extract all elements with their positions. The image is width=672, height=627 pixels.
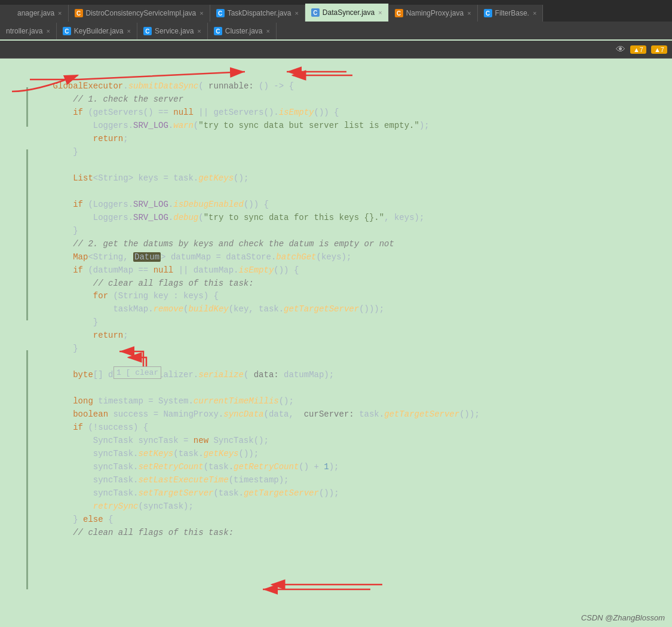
toolbar: 👁 ▲7 ▲7 <box>0 41 672 59</box>
tab-namingproxy[interactable]: C NamingProxy.java × <box>389 5 478 22</box>
tab-close-datasyncer[interactable]: × <box>378 9 382 16</box>
tab-anager[interactable]: anager.java × <box>0 5 69 22</box>
tab-label-distro: DistroConsistencyServiceImpl.java <box>86 9 197 17</box>
tab-icon-cluster: C <box>214 27 222 35</box>
tab-service[interactable]: C Service.java × <box>137 23 208 39</box>
tab-keybuilder[interactable]: C KeyBuilder.java × <box>57 23 137 39</box>
tab-close-service[interactable]: × <box>197 27 201 35</box>
tab-bar-row1: anager.java × C DistroConsistencyService… <box>0 0 672 22</box>
eye-icon: 👁 <box>616 44 625 55</box>
tab-distro[interactable]: C DistroConsistencyServiceImpl.java × <box>69 5 210 22</box>
tab-close-distro[interactable]: × <box>200 10 203 17</box>
tab-bar-row2: ntroller.java × C KeyBuilder.java × C Se… <box>0 22 672 41</box>
tab-icon-anager <box>6 9 14 17</box>
tab-taskdispatcher[interactable]: C TaskDispatcher.java × <box>210 5 305 22</box>
watermark: CSDN @ZhangBlossom <box>581 613 665 622</box>
tab-icon-taskdispatcher: C <box>216 9 225 17</box>
tab-close-ntroller[interactable]: × <box>46 27 50 35</box>
tab-close-anager[interactable]: × <box>58 10 62 17</box>
indent-bar-2 <box>26 149 28 320</box>
tab-cluster[interactable]: C Cluster.java × <box>208 23 277 39</box>
tab-label-cluster: Cluster.java <box>225 27 263 35</box>
tab-label-namingproxy: NamingProxy.java <box>406 9 464 17</box>
indent-bar-1 <box>26 87 28 127</box>
tab-icon-datasyncer: C <box>311 8 320 17</box>
tab-close-filterbase[interactable]: × <box>533 10 536 17</box>
clear-annotation: 1 [ clear <box>113 366 161 379</box>
tab-label-anager: anager.java <box>17 9 54 17</box>
tab-label-taskdispatcher: TaskDispatcher.java <box>228 9 291 17</box>
tab-filterbase[interactable]: C FilterBase. × <box>478 5 544 22</box>
warning-badge-2: ▲7 <box>651 45 667 54</box>
code-area: GlobalExecutor.submitDataSync( runnable:… <box>0 59 672 627</box>
warning-badge-1: ▲7 <box>630 45 646 54</box>
tab-label-keybuilder: KeyBuilder.java <box>74 27 124 35</box>
tab-label-filterbase: FilterBase. <box>495 9 529 17</box>
toolbar-right: 👁 ▲7 ▲7 <box>616 44 667 55</box>
tab-label-ntroller: ntroller.java <box>6 27 42 35</box>
tab-datasyncer[interactable]: C DataSyncer.java × <box>305 4 389 22</box>
tab-ntroller[interactable]: ntroller.java × <box>0 23 57 39</box>
tab-close-keybuilder[interactable]: × <box>127 27 131 35</box>
tab-label-service: Service.java <box>155 27 194 35</box>
tab-label-datasyncer: DataSyncer.java <box>323 8 375 17</box>
code-content: GlobalExecutor.submitDataSync( runnable:… <box>0 65 672 553</box>
tab-icon-service: C <box>143 27 152 35</box>
tab-icon-filterbase: C <box>484 9 492 17</box>
tab-icon-keybuilder: C <box>63 27 71 35</box>
tab-close-namingproxy[interactable]: × <box>467 10 471 17</box>
indent-bar-3 <box>26 350 28 589</box>
tab-close-taskdispatcher[interactable]: × <box>294 10 298 17</box>
tab-close-cluster[interactable]: × <box>266 27 269 35</box>
tab-icon-distro: C <box>75 9 83 17</box>
tab-icon-namingproxy: C <box>395 9 403 17</box>
